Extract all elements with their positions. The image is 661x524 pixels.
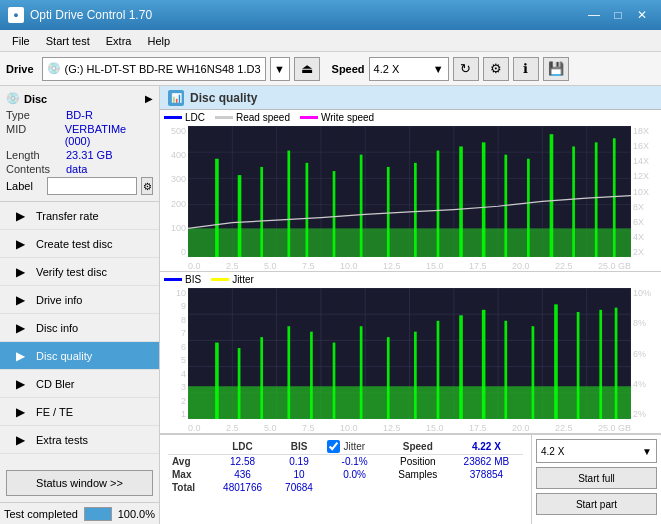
- col-jitter-check: Jitter: [323, 439, 385, 455]
- stats-table: LDC BIS Jitter Speed 4.22 X: [168, 439, 523, 494]
- bottom-right-axis: 10% 8% 6% 4% 2%: [633, 288, 661, 419]
- top-legend: LDC Read speed Write speed: [164, 112, 374, 123]
- max-ldc: 436: [211, 468, 275, 481]
- stats-table-container: LDC BIS Jitter Speed 4.22 X: [160, 435, 531, 524]
- drive-selector[interactable]: 💿 (G:) HL-DT-ST BD-RE WH16NS48 1.D3: [42, 57, 266, 81]
- svg-rect-33: [550, 134, 554, 257]
- svg-rect-20: [238, 175, 242, 257]
- speed-dropdown-value: 4.2 X: [541, 446, 564, 457]
- disc-label-btn[interactable]: ⚙: [141, 177, 153, 195]
- stats-avg-row: Avg 12.58 0.19 -0.1% Position 23862 MB: [168, 455, 523, 469]
- svg-rect-19: [215, 159, 219, 257]
- svg-rect-64: [414, 332, 417, 419]
- svg-rect-24: [333, 171, 336, 257]
- svg-rect-60: [310, 332, 313, 419]
- jitter-checkbox[interactable]: [327, 440, 340, 453]
- bis-legend-color: [164, 278, 182, 281]
- svg-rect-71: [577, 312, 580, 419]
- svg-rect-23: [306, 163, 309, 257]
- nav-items: ▶ Transfer rate ▶ Create test disc ▶ Ver…: [0, 202, 159, 464]
- fe-te-icon: ▶: [16, 405, 30, 419]
- menubar: File Start test Extra Help: [0, 30, 661, 52]
- titlebar-left: ● Opti Drive Control 1.70: [8, 7, 152, 23]
- info-button[interactable]: ℹ: [513, 57, 539, 81]
- settings-button[interactable]: ⚙: [483, 57, 509, 81]
- samples-value: 378854: [450, 468, 523, 481]
- start-full-button[interactable]: Start full: [536, 467, 657, 489]
- disc-info-icon: ▶: [16, 321, 30, 335]
- status-window-button[interactable]: Status window >>: [6, 470, 153, 496]
- create-test-icon: ▶: [16, 237, 30, 251]
- minimize-button[interactable]: —: [583, 5, 605, 25]
- bottom-legend: BIS Jitter: [164, 274, 254, 285]
- main-content: 💿 Disc ▶ Type BD-R MID VERBATIMe (000) L…: [0, 86, 661, 524]
- sidebar-item-transfer-rate[interactable]: ▶ Transfer rate: [0, 202, 159, 230]
- disc-label-row: Label ⚙: [6, 177, 153, 195]
- ldc-legend-color: [164, 116, 182, 119]
- max-jitter: 0.0%: [323, 468, 385, 481]
- extra-tests-icon: ▶: [16, 433, 30, 447]
- menu-extra[interactable]: Extra: [98, 33, 140, 49]
- bottom-chart-svg: [188, 288, 631, 419]
- avg-ldc: 12.58: [211, 455, 275, 469]
- svg-rect-35: [595, 142, 598, 257]
- eject-button[interactable]: ⏏: [294, 57, 320, 81]
- position-value: 23862 MB: [450, 455, 523, 469]
- sidebar: 💿 Disc ▶ Type BD-R MID VERBATIMe (000) L…: [0, 86, 160, 524]
- svg-rect-73: [615, 308, 618, 419]
- max-label: Max: [168, 468, 211, 481]
- svg-rect-58: [260, 337, 263, 419]
- stats-max-row: Max 436 10 0.0% Samples 378854: [168, 468, 523, 481]
- disc-mid-row: MID VERBATIMe (000): [6, 123, 153, 147]
- svg-rect-57: [238, 348, 241, 419]
- max-bis: 10: [275, 468, 324, 481]
- svg-rect-63: [387, 337, 390, 419]
- disc-length-row: Length 23.31 GB: [6, 149, 153, 161]
- position-label: Position: [386, 455, 450, 469]
- sidebar-item-fe-te[interactable]: ▶ FE / TE: [0, 398, 159, 426]
- start-part-button[interactable]: Start part: [536, 493, 657, 515]
- svg-rect-21: [260, 167, 263, 257]
- disc-header: 💿 Disc ▶: [6, 92, 153, 105]
- avg-jitter: -0.1%: [323, 455, 385, 469]
- sidebar-item-disc-quality[interactable]: ▶ Disc quality: [0, 342, 159, 370]
- top-chart-svg: [188, 126, 631, 257]
- menu-file[interactable]: File: [4, 33, 38, 49]
- disc-type-row: Type BD-R: [6, 109, 153, 121]
- svg-rect-66: [459, 315, 463, 419]
- disc-icon: 💿: [6, 92, 20, 105]
- speed-dropdown[interactable]: 4.2 X ▼: [536, 439, 657, 463]
- top-x-axis: 0.0 2.5 5.0 7.5 10.0 12.5 15.0 17.5 20.0…: [188, 261, 631, 271]
- cd-bler-icon: ▶: [16, 377, 30, 391]
- disc-label-input[interactable]: [47, 177, 137, 195]
- svg-rect-69: [532, 326, 535, 419]
- col-speed-value: 4.22 X: [450, 439, 523, 455]
- refresh-button[interactable]: ↻: [453, 57, 479, 81]
- legend-jitter: Jitter: [211, 274, 254, 285]
- svg-rect-27: [414, 163, 417, 257]
- sidebar-item-extra-tests[interactable]: ▶ Extra tests: [0, 426, 159, 454]
- svg-rect-36: [613, 138, 616, 257]
- top-chart: LDC Read speed Write speed: [160, 110, 661, 272]
- svg-rect-22: [287, 151, 290, 257]
- disc-fields: Type BD-R MID VERBATIMe (000) Length 23.…: [6, 109, 153, 195]
- maximize-button[interactable]: □: [607, 5, 629, 25]
- menu-help[interactable]: Help: [139, 33, 178, 49]
- save-button[interactable]: 💾: [543, 57, 569, 81]
- drive-dropdown-btn[interactable]: ▼: [270, 57, 290, 81]
- col-ldc: LDC: [211, 439, 275, 455]
- sidebar-item-drive-info[interactable]: ▶ Drive info: [0, 286, 159, 314]
- disc-mid-value: VERBATIMe (000): [65, 123, 153, 147]
- speed-select[interactable]: 4.2 X ▼: [369, 57, 449, 81]
- menu-start-test[interactable]: Start test: [38, 33, 98, 49]
- progress-bar: [85, 508, 111, 520]
- sidebar-item-disc-info[interactable]: ▶ Disc info: [0, 314, 159, 342]
- legend-bis: BIS: [164, 274, 201, 285]
- sidebar-item-create-test-disc[interactable]: ▶ Create test disc: [0, 230, 159, 258]
- close-button[interactable]: ✕: [631, 5, 653, 25]
- drive-info-icon: ▶: [16, 293, 30, 307]
- sidebar-item-verify-test-disc[interactable]: ▶ Verify test disc: [0, 258, 159, 286]
- disc-contents-row: Contents data: [6, 163, 153, 175]
- drive-icon: 💿: [47, 62, 61, 75]
- sidebar-item-cd-bler[interactable]: ▶ CD Bler: [0, 370, 159, 398]
